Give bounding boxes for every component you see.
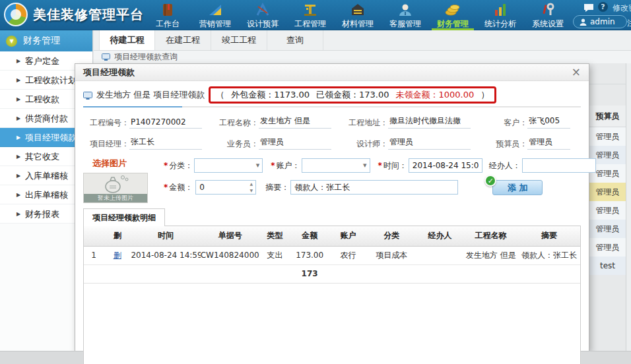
table-row[interactable]: 管理员 <box>589 127 626 146</box>
account-select[interactable] <box>302 158 370 173</box>
detail-table-container: 删 时间 单据号 类型 金额 账户 分类 经办人 工程名称 摘要 <box>83 226 581 364</box>
design-tools-icon <box>239 1 286 19</box>
col-time: 时间 <box>131 226 200 246</box>
memo-input[interactable] <box>290 180 458 195</box>
col-memo: 摘要 <box>518 226 580 246</box>
col-amount: 金额 <box>290 226 329 246</box>
project-state-tabs: 待建工程 在建工程 竣工工程 查询 <box>94 30 631 51</box>
withdrawal-form: 选择图片 暂未上传图片 * 分类： * 账户： * 时间： 经办人： <box>83 158 581 206</box>
table-total-row: 173 <box>84 264 580 283</box>
amount-stepper[interactable]: ▲▼ <box>248 181 255 193</box>
project-name-label: 工程名称： <box>213 117 259 129</box>
col-doc-number: 单据号 <box>201 226 260 246</box>
cell-memo: 领款人：张工长 <box>518 246 580 264</box>
tools-icon <box>524 1 572 19</box>
designer-value: 管理员 <box>388 136 471 150</box>
nav-item-statistics[interactable]: 统计分析 <box>477 0 524 30</box>
detail-tab[interactable]: 项目经理领款明细 <box>83 208 165 226</box>
budgeter-value: 管理员 <box>527 136 570 150</box>
main-menu: 工作台 营销管理 设计预算 工程管理 材料管理 客服管理 财务管理 统计分析 <box>144 0 572 30</box>
cell-project-name: 发生地方 但是 <box>463 246 518 264</box>
close-icon[interactable]: × <box>572 67 581 78</box>
nav-item-workbench[interactable]: 工作台 <box>144 0 191 30</box>
nav-item-marketing[interactable]: 营销管理 <box>191 0 239 30</box>
image-placeholder[interactable]: 暂未上传图片 <box>83 173 148 203</box>
account-label: 账户： <box>277 160 300 171</box>
sidebar-title: 财务管理 <box>23 35 60 47</box>
monitor-icon <box>102 53 110 62</box>
cell-type: 支出 <box>260 246 290 264</box>
amount-alert-box: （ 外包金额：1173.00 已领金额：173.00 未领金额：1000.00 … <box>209 86 496 104</box>
change-password-link[interactable]: 修改密码 <box>613 3 631 14</box>
manager-withdrawal-dialog: 项目经理领款 × 发生地方 但是 项目经理领款 （ 外包金额：1173.00 已… <box>75 63 589 351</box>
project-manager-value: 张工长 <box>129 136 202 150</box>
total-amount: 173 <box>290 264 329 283</box>
col-project-name: 工程名称 <box>463 226 518 246</box>
salesperson-label: 业务员： <box>213 138 259 150</box>
withdrawal-detail-table: 删 时间 单据号 类型 金额 账户 分类 经办人 工程名称 摘要 <box>84 226 580 284</box>
project-address-value: 撒旦法时代撒旦法撒 <box>388 115 471 129</box>
col-type: 类型 <box>260 226 290 246</box>
background-row-divider <box>589 84 626 84</box>
table-row: 1 删 2014-08-24 14:59 CW1408240001 支出 173… <box>84 246 580 264</box>
admin-user-button[interactable]: admin <box>573 15 627 28</box>
step-up-icon[interactable]: ▲ <box>248 181 255 187</box>
sidebar-header[interactable]: ▼ 财务管理 <box>0 30 92 51</box>
tab-query[interactable]: 查询 <box>267 30 323 50</box>
cell-index: 1 <box>84 246 104 264</box>
user-name: admin <box>590 17 615 26</box>
nav-item-materials[interactable]: 材料管理 <box>334 0 382 30</box>
app-title: 美佳装修管理平台 <box>33 6 144 24</box>
table-row[interactable]: 管理员 <box>589 220 626 238</box>
warehouse-icon <box>334 1 382 19</box>
nav-item-design-budget[interactable]: 设计预算 <box>239 0 286 30</box>
col-index <box>84 226 104 246</box>
table-row[interactable]: 管理员 <box>589 238 626 257</box>
add-button[interactable]: ✓ 添 加 <box>492 180 543 195</box>
cell-time: 2014-08-24 14:59 <box>131 246 200 264</box>
cell-category: 项目成本 <box>367 246 416 264</box>
help-icon[interactable]: ? <box>598 2 608 12</box>
step-down-icon[interactable]: ▼ <box>248 188 255 193</box>
bar-chart-icon <box>477 1 524 19</box>
salesperson-value: 管理员 <box>259 136 331 150</box>
paren-open: （ <box>216 89 224 101</box>
nav-item-finance[interactable]: 财务管理 <box>429 0 477 30</box>
col-handler: 经办人 <box>416 226 463 246</box>
scrollbar[interactable] <box>626 63 631 351</box>
monitor-icon <box>83 90 92 100</box>
handler-label: 经办人： <box>489 160 521 171</box>
check-icon: ✓ <box>484 175 496 187</box>
message-icon[interactable] <box>583 3 594 13</box>
money-bag-icon <box>101 173 130 195</box>
time-input[interactable] <box>409 158 482 173</box>
nav-item-project-mgmt[interactable]: 工程管理 <box>286 0 334 30</box>
nav-item-settings[interactable]: 系统设置 <box>524 0 572 30</box>
received-amount: 已领金额：173.00 <box>316 89 389 101</box>
choose-image-button[interactable]: 选择图片 <box>92 158 150 169</box>
unclaimed-amount: 未领金额：1000.00 <box>396 89 475 101</box>
tab-inprogress-projects[interactable]: 在建工程 <box>155 30 211 50</box>
table-header-row: 删 时间 单据号 类型 金额 账户 分类 经办人 工程名称 摘要 <box>84 226 580 246</box>
outsourced-amount: 外包金额：1173.00 <box>231 89 310 101</box>
breadcrumb: 项目经理领款查询 <box>94 51 631 63</box>
background-column-header: 预算员 <box>589 106 626 127</box>
top-nav-bar: 美佳装修管理平台 工作台 营销管理 设计预算 工程管理 材料管理 客服管理 <box>0 0 631 30</box>
delete-link[interactable]: 删 <box>114 251 121 260</box>
col-category: 分类 <box>367 226 416 246</box>
dialog-title-bar: 项目经理领款 × <box>75 64 589 81</box>
project-address-label: 工程地址： <box>342 117 388 129</box>
chevron-down-icon[interactable]: ▼ <box>6 36 17 47</box>
tab-completed-projects[interactable]: 竣工工程 <box>211 30 267 50</box>
section-divider <box>83 106 581 107</box>
category-select[interactable] <box>194 158 263 173</box>
col-delete: 删 <box>104 226 131 246</box>
logout-link[interactable]: 注销 <box>627 18 631 29</box>
handler-input[interactable] <box>522 158 596 173</box>
tab-pending-projects[interactable]: 待建工程 <box>99 30 155 50</box>
project-manager-label: 项目经理： <box>83 138 129 150</box>
nav-item-customer-service[interactable]: 客服管理 <box>382 0 429 30</box>
table-row[interactable]: test <box>589 257 626 275</box>
logo-icon <box>4 3 28 26</box>
project-summary-title: 发生地方 但是 项目经理领款 <box>96 89 205 101</box>
